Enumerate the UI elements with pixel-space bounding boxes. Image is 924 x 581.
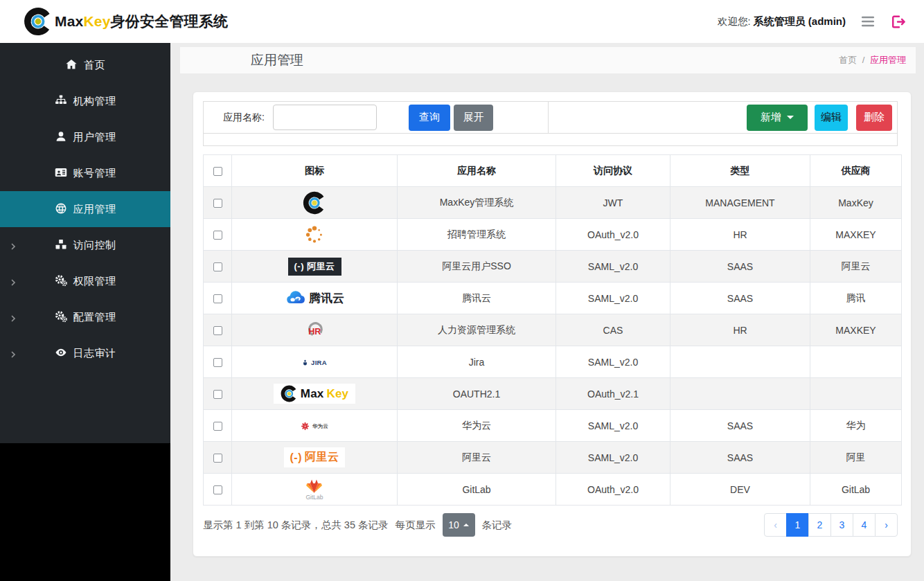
app-name-input[interactable] xyxy=(273,105,377,130)
app-vendor-cell: 腾讯 xyxy=(810,283,902,314)
search-form: 应用名称: 查询 展开 xyxy=(204,102,549,133)
app-protocol-cell: CAS xyxy=(556,314,670,346)
table-row[interactable]: (-)阿里云 阿里云 SAML_v2.0 SAAS 阿里 xyxy=(204,442,902,474)
app-icon-cell: 华为云 xyxy=(232,410,398,442)
per-page-prefix: 每页显示 xyxy=(396,519,436,532)
sidebar-item-users[interactable]: 用户管理 xyxy=(0,119,170,155)
row-checkbox[interactable] xyxy=(213,262,222,271)
per-page-suffix: 条记录 xyxy=(482,519,513,532)
table-row[interactable]: (-)阿里云 阿里云用户SSO SAML_v2.0 SAAS 阿里云 xyxy=(204,251,902,283)
row-checkbox[interactable] xyxy=(213,485,222,494)
app-type-cell: SAAS xyxy=(670,251,810,283)
row-checkbox[interactable] xyxy=(213,199,222,208)
sidebar-item-config[interactable]: 配置管理 xyxy=(0,299,170,335)
gitlab-icon: GitLab xyxy=(305,479,323,501)
applications-table: 图标 应用名称 访问协议 类型 供应商 MaxKey管理系统 JWT MANAG… xyxy=(203,154,902,506)
chevron-right-icon xyxy=(9,241,17,249)
row-checkbox[interactable] xyxy=(213,326,222,335)
caret-down-icon xyxy=(787,116,794,119)
sidebar-item-home[interactable]: 首页 xyxy=(0,47,170,83)
sidebar-item-audit[interactable]: 日志审计 xyxy=(0,335,170,371)
app-icon-cell: HR xyxy=(232,314,398,346)
app-name-cell: 华为云 xyxy=(398,410,556,442)
app-vendor-cell xyxy=(810,346,902,378)
sidebar-item-label: 用户管理 xyxy=(73,131,116,144)
sidebar-item-permissions[interactable]: 权限管理 xyxy=(0,263,170,299)
table-row[interactable]: 腾讯云 腾讯云 SAML_v2.0 SAAS 腾讯 xyxy=(204,283,902,314)
app-vendor-cell: 华为 xyxy=(810,410,902,442)
page-header: 应用管理 首页 / 应用管理 xyxy=(180,47,916,73)
table-row[interactable]: 招聘管理系统 OAuth_v2.0 HR MAXKEY xyxy=(204,219,902,251)
breadcrumb-separator: / xyxy=(862,55,865,65)
content-card: 应用名称: 查询 展开 新增 编辑 删除 xyxy=(193,91,912,557)
logout-icon[interactable] xyxy=(890,14,906,30)
search-box-footer xyxy=(204,134,897,145)
app-icon-cell: GitLab xyxy=(232,474,398,506)
pager: ‹ 1 2 3 4 › xyxy=(764,513,898,537)
sidebar-item-access[interactable]: 访问控制 xyxy=(0,227,170,263)
app-type-cell: SAAS xyxy=(670,442,810,474)
menu-toggle-icon[interactable] xyxy=(860,15,876,28)
pager-page-3[interactable]: 3 xyxy=(830,513,853,537)
sidebar-item-apps[interactable]: 应用管理 xyxy=(0,191,170,227)
home-icon xyxy=(65,58,78,73)
expand-button[interactable]: 展开 xyxy=(454,105,493,131)
caret-up-icon xyxy=(463,524,469,526)
pager-page-1[interactable]: 1 xyxy=(786,513,809,537)
app-vendor-cell xyxy=(810,378,902,410)
breadcrumb-home-link[interactable]: 首页 xyxy=(839,55,857,65)
select-all-checkbox[interactable] xyxy=(213,167,222,176)
row-checkbox[interactable] xyxy=(213,358,222,367)
maxkey-icon xyxy=(303,191,326,215)
sitemap-icon xyxy=(55,94,67,109)
breadcrumb: 首页 / 应用管理 xyxy=(839,54,906,66)
spinner-icon xyxy=(303,224,326,246)
table-row[interactable]: GitLab GitLab OAuth_v2.0 DEV GitLab xyxy=(204,474,902,506)
row-checkbox[interactable] xyxy=(213,454,222,463)
app-icon-cell: (-)阿里云 xyxy=(232,442,398,474)
sidebar-item-label: 首页 xyxy=(84,59,105,72)
sidebar: 首页 机构管理 用户管理 账号管理 应用管理 访问控制 权限管理 配置管理 日志… xyxy=(0,43,170,581)
app-icon-cell: (-)阿里云 xyxy=(232,251,398,283)
row-checkbox[interactable] xyxy=(213,390,222,399)
pager-page-4[interactable]: 4 xyxy=(853,513,876,537)
pager-prev-button[interactable]: ‹ xyxy=(764,513,787,537)
app-icon-cell xyxy=(232,219,398,251)
table-header-row: 图标 应用名称 访问协议 类型 供应商 xyxy=(204,155,902,187)
table-row[interactable]: JIRA Jira SAML_v2.0 xyxy=(204,346,902,378)
table-row[interactable]: MaxKey OAUTH2.1 OAuth_v2.1 xyxy=(204,378,902,410)
app-icon-cell: 腾讯云 xyxy=(232,283,398,314)
edit-button[interactable]: 编辑 xyxy=(815,105,848,131)
globe-icon xyxy=(55,202,67,217)
gears-icon xyxy=(55,274,67,289)
sidebar-menu: 首页 机构管理 用户管理 账号管理 应用管理 访问控制 权限管理 配置管理 日志… xyxy=(0,43,170,443)
app-icon-cell xyxy=(232,187,398,219)
row-checkbox[interactable] xyxy=(213,294,222,303)
app-icon-cell: MaxKey xyxy=(232,378,398,410)
app-type-cell: HR xyxy=(670,219,810,251)
app-type-cell: MANAGEMENT xyxy=(670,187,810,219)
brand-title: MaxKey身份安全管理系统 xyxy=(55,12,228,31)
app-vendor-cell: MaxKey xyxy=(810,187,902,219)
table-row[interactable]: 华为云 华为云 SAML_v2.0 SAAS 华为 xyxy=(204,410,902,442)
tencent-cloud-icon: 腾讯云 xyxy=(285,290,344,306)
add-button[interactable]: 新增 xyxy=(747,105,808,131)
pager-page-2[interactable]: 2 xyxy=(808,513,831,537)
app-type-cell xyxy=(670,378,810,410)
table-row[interactable]: MaxKey管理系统 JWT MANAGEMENT MaxKey xyxy=(204,187,902,219)
row-checkbox[interactable] xyxy=(213,422,222,431)
page-size-dropdown[interactable]: 10 xyxy=(443,513,475,537)
sidebar-item-label: 日志审计 xyxy=(73,347,116,360)
table-row[interactable]: HR 人力资源管理系统 CAS HR MAXKEY xyxy=(204,314,902,346)
query-button[interactable]: 查询 xyxy=(409,105,450,131)
eye-icon xyxy=(55,346,67,361)
row-checkbox[interactable] xyxy=(213,231,222,240)
app-type-cell xyxy=(670,346,810,378)
delete-button[interactable]: 删除 xyxy=(856,105,892,131)
pager-next-button[interactable]: › xyxy=(875,513,898,537)
col-header-protocol: 访问协议 xyxy=(556,155,670,187)
brand-logo: MaxKey身份安全管理系统 xyxy=(24,7,228,36)
app-type-cell: SAAS xyxy=(670,283,810,314)
sidebar-item-accounts[interactable]: 账号管理 xyxy=(0,155,170,191)
sidebar-item-org[interactable]: 机构管理 xyxy=(0,83,170,119)
